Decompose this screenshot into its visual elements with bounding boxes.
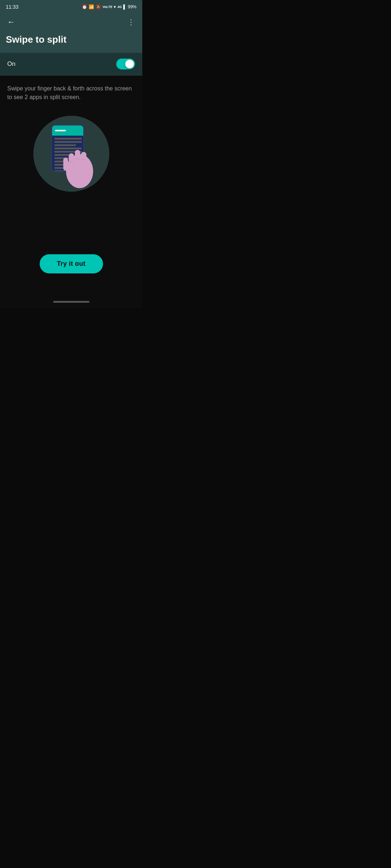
bluetooth-icon: 📶 (89, 4, 94, 9)
bottom-bar (0, 295, 142, 308)
page-title: Swipe to split (6, 34, 136, 45)
more-dots-icon: ⋮ (127, 18, 135, 26)
hand-icon (59, 136, 98, 190)
app-bar-row: ← ⋮ (6, 16, 136, 28)
bottom-home-indicator (53, 301, 89, 303)
back-button[interactable]: ← (6, 16, 17, 28)
signal-bars-icon: ▌ (123, 4, 126, 9)
description-text: Swipe your finger back & forth across th… (7, 84, 135, 102)
toggle-track (116, 59, 135, 69)
volte-icon: VoLTE (102, 5, 112, 9)
wifi-icon: ▾ (114, 4, 116, 9)
try-button-container: Try it out (0, 254, 142, 273)
svg-rect-2 (75, 150, 80, 169)
alarm-icon: ⏰ (82, 4, 87, 9)
status-icons: ⏰ 📶 🔕 VoLTE ▾ 4G ▌ 99% (82, 4, 136, 9)
more-options-button[interactable]: ⋮ (126, 16, 136, 28)
battery-icon: 99% (128, 4, 136, 9)
main-content: Swipe your finger back & forth across th… (0, 76, 142, 295)
illustration-container (31, 114, 111, 193)
screen: 11:33 ⏰ 📶 🔕 VoLTE ▾ 4G ▌ 99% ← ⋮ Swipe t… (0, 0, 142, 308)
toggle-thumb (125, 60, 134, 68)
mute-icon: 🔕 (96, 4, 101, 9)
signal-4g-icon: 4G (117, 5, 122, 9)
top-app-bar: ← ⋮ Swipe to split (0, 13, 142, 53)
toggle-label: On (7, 60, 16, 68)
try-it-out-button[interactable]: Try it out (39, 254, 103, 273)
toggle-switch[interactable] (116, 59, 135, 69)
svg-rect-4 (63, 158, 68, 171)
status-time: 11:33 (6, 4, 18, 10)
toggle-row: On (0, 53, 142, 76)
status-bar: 11:33 ⏰ 📶 🔕 VoLTE ▾ 4G ▌ 99% (0, 0, 142, 13)
phone-header (52, 125, 83, 136)
phone-header-bar (55, 130, 66, 131)
back-arrow-icon: ← (7, 17, 15, 27)
